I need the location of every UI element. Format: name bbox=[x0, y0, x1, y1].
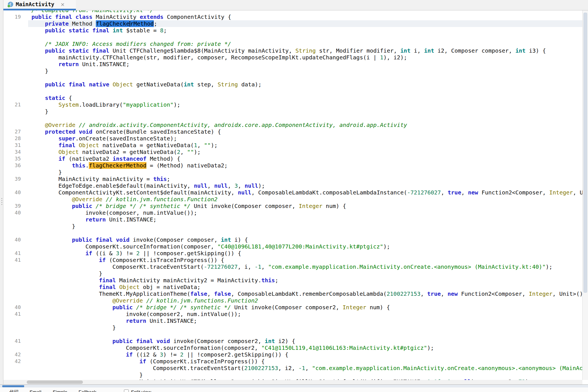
code-token: true bbox=[448, 189, 461, 196]
code-token: 1 bbox=[380, 54, 383, 61]
bottom-tab-fallback[interactable]: Fallback bbox=[78, 387, 96, 392]
code-token: , i, bbox=[238, 263, 255, 270]
code-token: ; bbox=[167, 176, 170, 182]
line-number: 42 bbox=[3, 358, 28, 365]
code-token: private bbox=[45, 20, 72, 27]
code-token: , bbox=[228, 182, 234, 189]
line-number bbox=[3, 95, 28, 101]
code-token: ; bbox=[275, 277, 278, 284]
code-text bbox=[28, 88, 582, 95]
line-number bbox=[3, 297, 28, 304]
line-number: 31 bbox=[3, 142, 28, 149]
code-line: 21System.loadLibrary("myapplication"); bbox=[3, 101, 582, 108]
code-token: , bbox=[305, 365, 312, 371]
code-text: if (ComposerKt.isTraceInProgress()) { bbox=[28, 257, 582, 263]
code-line: ThemeKt.MyApplicationTheme(false, false,… bbox=[3, 290, 582, 297]
code-token: ((i & bbox=[96, 250, 116, 257]
code-text: final MainActivity mainActivity2 = MainA… bbox=[28, 277, 582, 284]
code-token: "com.example.myapplication.MainActivity.… bbox=[312, 365, 582, 371]
code-line: @Override // androidx.activity.Component… bbox=[3, 122, 582, 128]
line-number bbox=[3, 34, 28, 41]
code-text bbox=[28, 230, 582, 236]
code-token: public static final bbox=[45, 27, 113, 34]
code-token: (ComposerKt.isTraceInProgress()) { bbox=[109, 257, 224, 263]
line-number bbox=[3, 20, 28, 27]
code-token: int bbox=[265, 338, 275, 344]
code-token: . bbox=[85, 162, 89, 169]
code-token: flagChecke bbox=[96, 20, 130, 27]
code-token: // kotlin.jvm.functions.Function2 bbox=[146, 297, 258, 304]
horizontal-scrollbar-thumb[interactable] bbox=[27, 380, 83, 384]
code-token: static bbox=[45, 95, 69, 101]
code-token: "" bbox=[187, 149, 194, 155]
code-token: , i2, bbox=[278, 365, 298, 371]
code-line: 28super.onCreate(savedInstanceState); bbox=[3, 135, 582, 142]
vertical-scrollbar[interactable] bbox=[582, 10, 588, 380]
code-text: } bbox=[28, 324, 582, 331]
bottom-scroll-thumb[interactable] bbox=[2, 385, 24, 387]
code-token: super bbox=[58, 135, 75, 142]
code-token: Integer bbox=[549, 189, 573, 196]
code-token: this bbox=[261, 277, 275, 284]
line-number: 28 bbox=[3, 135, 28, 142]
code-line: private Method flagCheckerMethod; bbox=[3, 20, 582, 27]
tab-mainactivity[interactable]: C MainActivity × bbox=[3, 0, 76, 9]
code-text: ComposerKt.traceEventStart(-721276027, i… bbox=[28, 263, 582, 270]
code-token: ComposerKt.sourceInformation(composer, bbox=[85, 243, 218, 250]
close-icon[interactable]: × bbox=[60, 2, 65, 7]
line-number bbox=[3, 47, 28, 54]
code-editor[interactable]: /* compiled from: MainActivity.kt */19pu… bbox=[3, 10, 582, 380]
code-text: protected void onCreate(Bundle savedInst… bbox=[28, 128, 582, 135]
code-token: ComposerKt.traceEventStart( bbox=[112, 263, 204, 270]
line-number bbox=[3, 371, 28, 378]
bottom-tab-code[interactable]: 代码 bbox=[9, 387, 19, 392]
code-token: @Override bbox=[112, 297, 146, 304]
line-number bbox=[3, 27, 28, 34]
code-token: Unit.INSTANCE; bbox=[109, 216, 157, 223]
code-token: if bbox=[99, 257, 109, 263]
code-text: super.onCreate(savedInstanceState); bbox=[28, 135, 582, 142]
code-token: null bbox=[214, 182, 228, 189]
code-text: private Method flagCheckerMethod; bbox=[28, 20, 582, 27]
bottom-scroll-indicator[interactable] bbox=[0, 384, 588, 387]
line-number: 34 bbox=[3, 149, 28, 155]
code-token: mainActivity.CTFChallenge(str, modifier,… bbox=[58, 54, 380, 61]
code-token: Object bbox=[58, 149, 82, 155]
line-number: 41 bbox=[3, 250, 28, 257]
horizontal-scrollbar[interactable] bbox=[3, 380, 582, 384]
code-text bbox=[28, 115, 582, 122]
line-number bbox=[3, 68, 28, 74]
bottom-tab-smali[interactable]: Smali bbox=[30, 387, 42, 392]
splitter-grip[interactable] bbox=[1, 197, 3, 206]
code-line: 27protected void onCreate(Bundle savedIn… bbox=[3, 128, 582, 135]
code-text: public final void invoke(Composer compos… bbox=[28, 338, 582, 344]
code-text bbox=[28, 331, 582, 338]
vertical-scrollbar-thumb[interactable] bbox=[584, 13, 587, 293]
line-number bbox=[3, 270, 28, 277]
line-number: 42 bbox=[3, 351, 28, 358]
line-number bbox=[3, 223, 28, 230]
code-text: @Override // kotlin.jvm.functions.Functi… bbox=[28, 297, 582, 304]
split-view-label[interactable]: Split view bbox=[131, 389, 151, 392]
code-token: Object bbox=[79, 142, 102, 149]
split-view-checkbox[interactable] bbox=[124, 389, 129, 392]
editor-tab-bar: C MainActivity × bbox=[3, 0, 588, 10]
code-token: onCreate(Bundle savedInstanceState) { bbox=[96, 128, 221, 135]
line-number bbox=[3, 196, 28, 203]
code-token: new bbox=[447, 290, 461, 297]
bottom-tab-simple[interactable]: Simple bbox=[53, 387, 67, 392]
code-line: 40invoke(composer, num.intValue()); bbox=[3, 209, 582, 216]
code-line: 41if (ComposerKt.isTraceInProgress()) { bbox=[3, 257, 582, 263]
code-text: static { bbox=[28, 95, 582, 101]
line-number bbox=[3, 263, 28, 270]
code-line: static { bbox=[3, 95, 582, 101]
left-splitter[interactable] bbox=[0, 0, 3, 392]
code-token: ); bbox=[427, 344, 434, 351]
code-token: /* JADX INFO: Access modifiers changed f… bbox=[45, 41, 231, 47]
code-token: i2, Composer composer, bbox=[434, 47, 515, 54]
code-text: } bbox=[28, 68, 582, 74]
code-line: 34Object nativeData2 = getNativeData(2, … bbox=[3, 149, 582, 155]
code-text: final Object obj = nativeData; bbox=[28, 284, 582, 290]
code-line bbox=[3, 115, 582, 122]
code-line: 41public final void invoke(Composer comp… bbox=[3, 338, 582, 344]
